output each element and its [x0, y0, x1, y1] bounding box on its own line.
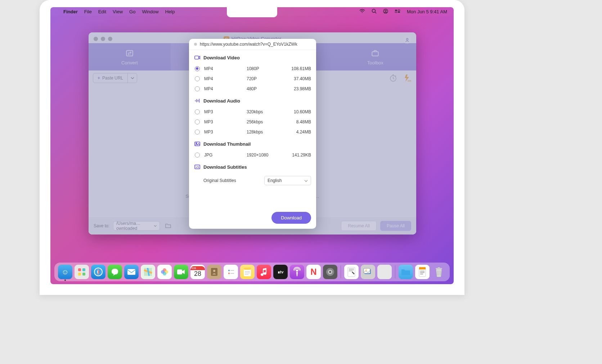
dock-music-icon[interactable] — [257, 265, 271, 279]
menubar-item-window[interactable]: Window — [142, 9, 158, 14]
section-video-header: Download Video — [194, 54, 311, 61]
screen-notch — [227, 7, 277, 17]
svg-rect-39 — [230, 270, 234, 271]
section-audio-header: Download Audio — [194, 97, 311, 104]
tab-toolbox-label: Toolbox — [367, 60, 383, 65]
menubar-item-help[interactable]: Help — [165, 9, 175, 14]
dock-preview-icon[interactable] — [361, 265, 375, 279]
dock-textedit-icon[interactable] — [344, 265, 359, 279]
radio-icon — [195, 109, 200, 114]
svg-rect-15 — [195, 100, 196, 101]
radio-icon — [195, 86, 200, 91]
audio-option-128[interactable]: MP3 128kbps 4.24MB — [194, 127, 311, 137]
dock-pages-icon[interactable] — [415, 265, 430, 279]
dock-reminders-icon[interactable] — [224, 265, 238, 279]
dock-files-icon[interactable] — [399, 265, 413, 279]
svg-rect-53 — [349, 271, 352, 271]
svg-rect-17 — [198, 100, 198, 101]
dock-tv-icon[interactable]: ∎tv — [273, 265, 288, 279]
subtitle-selected-value: English — [268, 178, 282, 183]
dock-separator — [395, 265, 395, 278]
dock-notes-icon[interactable] — [240, 265, 255, 279]
dock-photos-icon[interactable] — [157, 265, 172, 279]
save-to-field[interactable]: /Users/ma…ownloaded — [113, 221, 160, 231]
svg-rect-25 — [82, 273, 85, 276]
download-button[interactable]: Download — [271, 212, 311, 224]
resume-all-button[interactable]: Resume All — [341, 221, 377, 231]
svg-rect-14 — [195, 56, 199, 59]
svg-point-2 — [385, 10, 386, 11]
section-audio-title: Download Audio — [203, 98, 240, 104]
video-option-480p[interactable]: MP4 480P 23.98MB — [194, 84, 311, 94]
menubar-item-go[interactable]: Go — [129, 9, 135, 14]
paste-url-dropdown[interactable] — [127, 73, 137, 83]
audio-option-320[interactable]: MP3 320kbps 10.60MB — [194, 107, 311, 117]
menubar-item-view[interactable]: View — [113, 9, 123, 14]
svg-rect-24 — [78, 273, 81, 276]
dock-facetime-icon[interactable] — [174, 265, 188, 279]
section-video-title: Download Video — [203, 55, 240, 60]
dock-podcasts-icon[interactable] — [290, 265, 304, 279]
svg-point-38 — [228, 273, 230, 274]
menubar-app-name[interactable]: Finder — [63, 9, 78, 14]
dock-finder-icon[interactable]: ☺ — [58, 265, 72, 279]
dock-calendar-icon[interactable]: FEB28 — [190, 265, 205, 279]
open-folder-button[interactable] — [163, 221, 173, 231]
radio-icon — [195, 119, 200, 124]
dock-contacts-icon[interactable] — [207, 265, 221, 279]
svg-rect-5 — [395, 12, 397, 13]
svg-rect-21 — [195, 165, 200, 169]
desktop-screen: Finder File Edit View Go Window Help Mon… — [50, 7, 454, 284]
thumbnail-option-jpg[interactable]: JPG 1920×1080 141.29KB — [194, 150, 311, 160]
subtitle-row: Original Subtitles English — [194, 173, 311, 188]
dock-launchpad-icon[interactable] — [75, 265, 89, 279]
menubar-item-file[interactable]: File — [84, 9, 92, 14]
video-option-1080p[interactable]: MP4 1080P 108.61MB — [194, 64, 311, 74]
svg-text:on: on — [408, 79, 411, 82]
svg-point-32 — [161, 270, 165, 274]
video-option-720p[interactable]: MP4 720P 37.40MB — [194, 74, 311, 84]
paste-url-button[interactable]: +Paste URL — [93, 73, 137, 83]
laptop-frame: Finder File Edit View Go Window Help Mon… — [40, 0, 464, 295]
dock-trash-icon[interactable] — [432, 265, 446, 279]
video-icon — [194, 54, 201, 61]
audio-option-256[interactable]: MP3 256kbps 8.48MB — [194, 117, 311, 127]
menubar-datetime[interactable]: Mon Jun 5 9:41 AM — [407, 9, 447, 14]
section-subtitles-title: Download Subtitles — [203, 164, 247, 170]
subtitle-language-select[interactable]: English — [264, 176, 311, 185]
chevron-down-icon — [304, 178, 308, 183]
save-to-path: /Users/ma…ownloaded — [116, 221, 154, 231]
dock-news-icon[interactable]: N — [306, 265, 321, 279]
timer-icon[interactable] — [389, 74, 397, 82]
profile-button[interactable] — [403, 36, 411, 44]
pause-all-button[interactable]: Pause All — [380, 221, 411, 231]
dock-mail-icon[interactable] — [124, 265, 139, 279]
wifi-icon[interactable] — [359, 9, 365, 14]
svg-rect-23 — [82, 268, 85, 271]
svg-rect-36 — [227, 268, 234, 276]
dock-maps-icon[interactable] — [141, 265, 155, 279]
user-icon[interactable] — [383, 9, 388, 15]
tab-convert[interactable]: Convert — [89, 43, 171, 70]
hardware-accel-icon[interactable]: on — [403, 74, 412, 82]
spotlight-icon[interactable] — [372, 9, 377, 15]
macos-dock: ☺ FEB28 ∎tv N — [54, 263, 450, 281]
svg-rect-43 — [245, 271, 250, 272]
audio-icon — [194, 97, 201, 104]
plus-icon: + — [98, 76, 100, 81]
svg-point-46 — [296, 269, 298, 272]
dock-app-icon[interactable] — [377, 265, 392, 279]
control-center-icon[interactable] — [395, 9, 400, 14]
tab-toolbox[interactable]: Toolbox — [334, 43, 417, 70]
subtitles-icon — [194, 164, 201, 170]
svg-rect-28 — [127, 269, 135, 275]
svg-rect-59 — [420, 271, 424, 272]
menubar-item-edit[interactable]: Edit — [98, 9, 106, 14]
svg-point-7 — [406, 38, 408, 40]
svg-rect-4 — [398, 12, 400, 13]
image-icon — [194, 141, 201, 147]
dock-settings-icon[interactable] — [323, 265, 337, 279]
svg-rect-40 — [230, 273, 234, 274]
dock-messages-icon[interactable] — [108, 265, 122, 279]
dock-safari-icon[interactable] — [91, 265, 105, 279]
